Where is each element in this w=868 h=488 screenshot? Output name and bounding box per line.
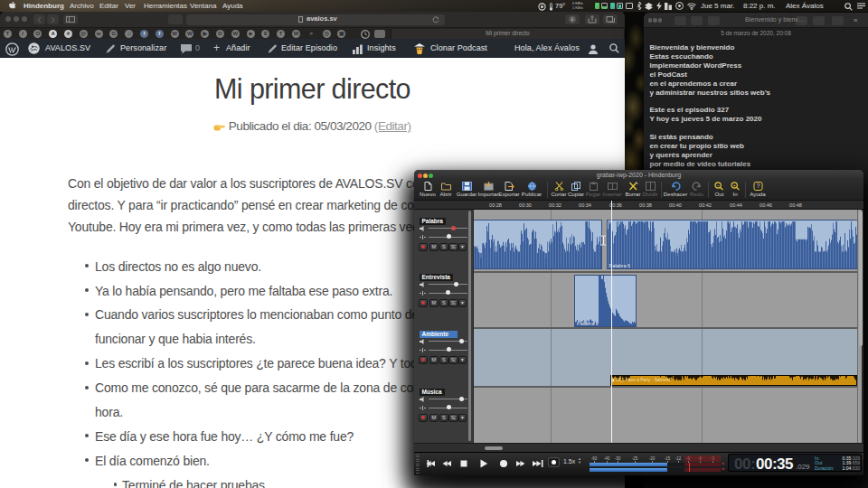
svg-text:−: − xyxy=(717,183,720,188)
svg-text:?: ? xyxy=(756,183,760,189)
svg-text:+: + xyxy=(732,183,735,188)
